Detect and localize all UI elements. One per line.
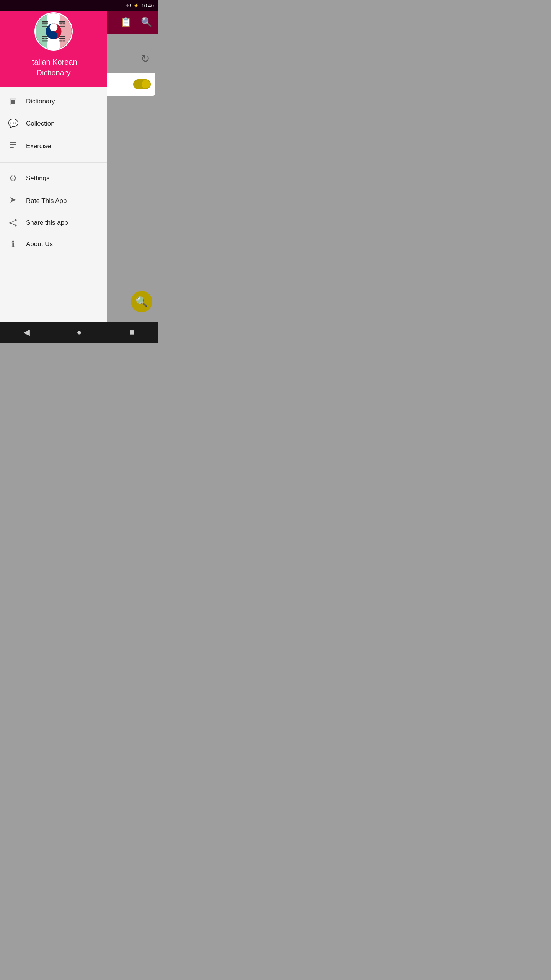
recents-button[interactable]: ■: [124, 325, 140, 340]
book-icon: ▣: [8, 96, 18, 106]
reload-area: ↻: [135, 49, 155, 68]
toggle-switch[interactable]: [133, 79, 151, 89]
menu-item-share[interactable]: Share this app: [0, 212, 107, 233]
drawer-header: Italian Korean Dictionary: [0, 0, 107, 87]
svg-rect-20: [10, 142, 16, 143]
back-button[interactable]: ◀: [19, 325, 34, 340]
fab-search-button[interactable]: 🔍: [131, 291, 152, 312]
gear-icon: ⚙: [8, 173, 18, 183]
rate-arrow-icon: [8, 196, 18, 206]
svg-marker-23: [10, 197, 16, 203]
list-icon: [8, 141, 18, 152]
home-button[interactable]: ●: [72, 325, 87, 340]
chat-icon: 💬: [8, 119, 18, 129]
menu-item-about[interactable]: ℹ About Us: [0, 233, 107, 255]
svg-line-28: [10, 223, 16, 225]
menu-divider: [0, 162, 107, 163]
bottom-navigation: ◀ ● ■: [0, 322, 158, 343]
svg-rect-18: [59, 41, 62, 42]
svg-rect-8: [59, 21, 65, 23]
app-title-line1: Italian Korean: [30, 57, 77, 67]
clock: 10:40: [141, 3, 154, 8]
svg-rect-17: [59, 38, 65, 39]
signal-icon: 4G: [126, 3, 132, 8]
menu-item-rate[interactable]: Rate This App: [0, 189, 107, 212]
recents-icon: ■: [129, 327, 134, 337]
search-icon[interactable]: 🔍: [141, 17, 152, 28]
menu-item-settings[interactable]: ⚙ Settings: [0, 167, 107, 189]
info-icon: ℹ: [8, 239, 18, 249]
app-logo: [34, 12, 73, 51]
toggle-knob: [142, 80, 150, 88]
rate-label: Rate This App: [26, 197, 67, 205]
dictionary-label: Dictionary: [26, 98, 55, 105]
share-icon: [8, 219, 18, 227]
menu-item-exercise[interactable]: Exercise: [0, 135, 107, 158]
svg-rect-7: [42, 26, 48, 27]
svg-rect-14: [45, 38, 48, 39]
home-icon: ●: [77, 327, 82, 337]
svg-rect-9: [59, 23, 62, 24]
settings-label: Settings: [26, 175, 49, 182]
back-icon: ◀: [23, 327, 30, 337]
svg-rect-12: [42, 36, 48, 37]
svg-rect-11: [59, 26, 65, 27]
svg-rect-22: [10, 147, 14, 148]
navigation-drawer: Italian Korean Dictionary ▣ Dictionary 💬…: [0, 0, 107, 343]
svg-rect-6: [42, 23, 48, 24]
share-label: Share this app: [26, 219, 68, 227]
primary-menu-section: ▣ Dictionary 💬 Collection Exercise: [0, 90, 107, 158]
svg-rect-10: [63, 23, 65, 24]
svg-line-27: [10, 220, 16, 223]
fab-search-icon: 🔍: [135, 296, 148, 308]
app-title-line2: Dictionary: [30, 67, 77, 78]
collection-label: Collection: [26, 120, 55, 127]
exercise-label: Exercise: [26, 142, 51, 150]
about-label: About Us: [26, 240, 53, 248]
status-bar: 4G ⚡ 10:40: [0, 0, 158, 11]
svg-rect-15: [42, 41, 48, 42]
secondary-menu-section: ⚙ Settings Rate This App: [0, 167, 107, 255]
svg-rect-16: [59, 36, 65, 37]
battery-icon: ⚡: [134, 3, 139, 8]
menu-item-dictionary[interactable]: ▣ Dictionary: [0, 90, 107, 113]
svg-rect-5: [42, 21, 48, 23]
clipboard-icon[interactable]: 📋: [120, 17, 132, 28]
app-title: Italian Korean Dictionary: [30, 57, 77, 78]
svg-rect-21: [10, 144, 16, 145]
drawer-menu: ▣ Dictionary 💬 Collection Exercise: [0, 87, 107, 343]
menu-item-collection[interactable]: 💬 Collection: [0, 113, 107, 135]
reload-icon[interactable]: ↻: [141, 52, 150, 65]
svg-rect-19: [63, 41, 65, 42]
svg-rect-13: [42, 38, 45, 39]
